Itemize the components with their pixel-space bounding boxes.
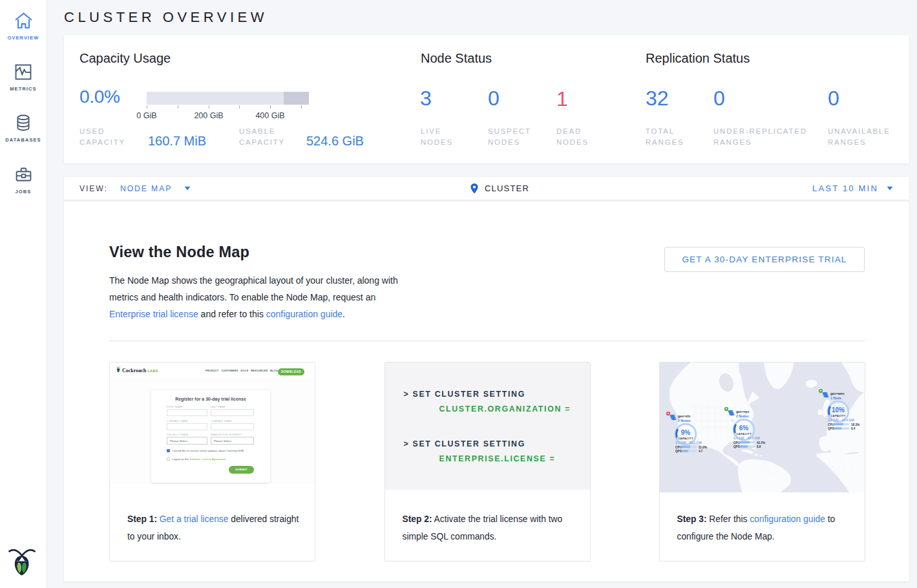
svg-text:3.6 GiB: 3.6 GiB: [828, 419, 839, 422]
svg-text:8.8: 8.8: [757, 445, 761, 448]
svg-text:1 Node: 1 Node: [830, 396, 841, 400]
svg-text:CAPACITY: CAPACITY: [678, 437, 693, 440]
svg-text:4.7: 4.7: [699, 450, 703, 453]
svg-text:geo=sfo: geo=sfo: [678, 414, 690, 418]
svg-text:geo=ams: geo=ams: [830, 392, 845, 395]
svg-text:CPU: CPU: [733, 441, 740, 445]
svg-text:9%: 9%: [680, 429, 690, 436]
svg-text:2 Nodes: 2 Nodes: [678, 419, 691, 423]
svg-text:QPS: QPS: [733, 445, 740, 448]
svg-text:42.5%: 42.5%: [757, 441, 765, 445]
svg-text:10%: 10%: [831, 406, 844, 414]
svg-text:34.4 GiB: 34.4 GiB: [841, 419, 854, 422]
svg-text:CAPACITY: CAPACITY: [830, 414, 846, 417]
svg-text:6%: 6%: [739, 425, 748, 432]
svg-text:QPS: QPS: [675, 450, 682, 453]
svg-text:0.4: 0.4: [851, 427, 856, 430]
svg-text:11.0%: 11.0%: [699, 446, 707, 449]
svg-text:geo=nyc: geo=nyc: [736, 410, 750, 414]
svg-text:CPU: CPU: [828, 423, 834, 426]
svg-text:18.3%: 18.3%: [851, 423, 859, 426]
svg-text:CAPACITY: CAPACITY: [736, 432, 752, 436]
svg-text:CPU: CPU: [675, 446, 682, 449]
svg-text:QPS: QPS: [828, 427, 834, 430]
svg-text:65.7 GiB: 65.7 GiB: [747, 437, 760, 440]
svg-text:3.2 GiB: 3.2 GiB: [675, 441, 686, 445]
svg-text:2 Nodes: 2 Nodes: [736, 414, 749, 418]
svg-text:3.7 GiB: 3.7 GiB: [733, 437, 744, 440]
svg-text:35.1 GiB: 35.1 GiB: [689, 441, 702, 445]
